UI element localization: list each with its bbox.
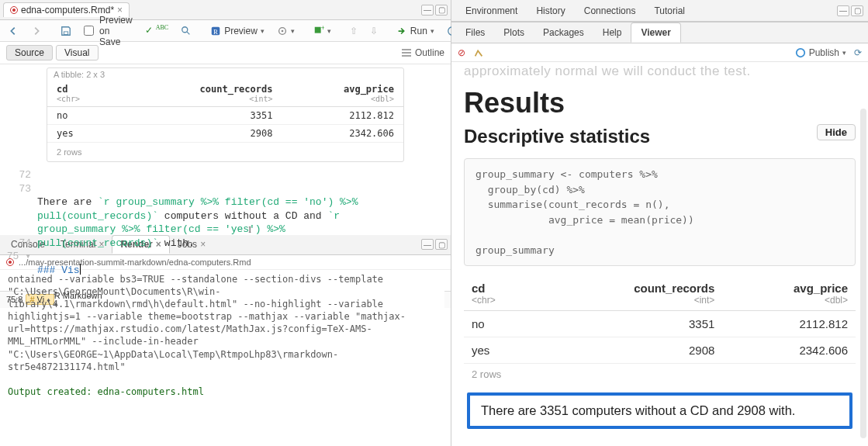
tab-plots[interactable]: Plots xyxy=(494,23,534,42)
inline-output-tibble: A tibble: 2 x 3 cd<chr> count_records<in… xyxy=(47,67,404,162)
go-prev-chunk-icon[interactable]: ⇧ xyxy=(347,24,361,38)
go-next-chunk-icon[interactable]: ⇩ xyxy=(367,24,381,38)
clear-viewer-icon[interactable] xyxy=(473,47,484,58)
rmd-file-icon xyxy=(10,6,18,14)
viewer-h1-results: Results xyxy=(464,87,856,119)
visual-mode-button[interactable]: Visual xyxy=(56,45,98,61)
minimize-pane-icon[interactable]: — xyxy=(421,5,434,16)
maximize-pane-icon[interactable]: ▢ xyxy=(435,5,448,16)
tibble-rowcount: 2 rows xyxy=(47,143,403,161)
ibeam-cursor-icon: I xyxy=(248,223,251,237)
tab-connections[interactable]: Connections xyxy=(575,2,645,20)
knit-options-icon[interactable]: ▾ xyxy=(274,24,298,38)
refresh-viewer-icon[interactable]: ⟳ xyxy=(854,47,862,58)
knit-preview-button[interactable]: R Preview ▾ xyxy=(207,24,268,38)
hide-code-button[interactable]: Hide xyxy=(817,124,856,140)
render-output[interactable]: ontained --variable bs3=TRUE --standalon… xyxy=(0,270,451,447)
save-icon[interactable] xyxy=(57,24,74,38)
svg-rect-0 xyxy=(64,31,67,34)
source-toolbar: Preview on Save ✓ABC R Preview ▾ ▾ +▾ ⇧ … xyxy=(0,20,451,42)
tab-viewer[interactable]: Viewer xyxy=(631,22,680,43)
viewer-summary-table: cd count_records avg_price <chr> <int> <… xyxy=(464,275,856,364)
svg-rect-6 xyxy=(315,26,321,33)
minimize-pane-icon[interactable]: — xyxy=(837,5,849,16)
tab-help[interactable]: Help xyxy=(593,23,631,42)
spellcheck-icon[interactable]: ✓ABC xyxy=(142,23,171,38)
run-button[interactable]: Run ▾ xyxy=(393,24,437,38)
svg-text:R: R xyxy=(213,27,218,35)
tibble-dim-note: A tibble: 2 x 3 xyxy=(47,68,403,81)
table-row: yes 2908 2342.606 xyxy=(47,125,403,143)
viewer-h2-descriptive: Descriptive statistics Hide xyxy=(464,126,856,147)
find-icon[interactable] xyxy=(178,24,195,38)
render-success-line: Output created: edna-computers.html xyxy=(8,386,204,397)
publish-button[interactable]: Publish▾ xyxy=(795,47,846,58)
tab-packages[interactable]: Packages xyxy=(534,23,593,42)
svg-point-5 xyxy=(282,29,284,32)
svg-text:+: + xyxy=(320,26,323,32)
inline-result-sentence: There are 3351 computers without a CD an… xyxy=(467,392,852,429)
line-gutter: 72737475 ▾ xyxy=(0,168,37,291)
table-row: no 3351 2112.812 xyxy=(47,107,403,125)
viewer-code-chunk: group_summary <- computers %>% group_by(… xyxy=(464,158,856,266)
prev-paragraph-fragment: approximately normal we will conduct the… xyxy=(464,62,856,79)
pane-window-buttons: — ▢ xyxy=(421,5,448,16)
env-tabbar: Environment History Connections Tutorial… xyxy=(451,0,868,22)
col-count-records: count_records<int> xyxy=(121,81,282,107)
svg-point-1 xyxy=(182,26,188,32)
source-file-tabbar: edna-computers.Rmd* × — ▢ xyxy=(0,0,451,20)
pane-window-buttons: — ▢ xyxy=(837,5,863,16)
remove-viewer-icon[interactable]: ⊘ xyxy=(458,47,465,58)
source-mode-button[interactable]: Source xyxy=(6,45,53,61)
viewer-tabbar: Files Plots Packages Help Viewer xyxy=(451,22,868,43)
text-cursor xyxy=(80,264,81,275)
viewer-rowcount: 2 rows xyxy=(464,364,856,385)
tab-tutorial[interactable]: Tutorial xyxy=(645,2,694,20)
col-cd: cd<chr> xyxy=(47,81,121,107)
scrollbar[interactable] xyxy=(860,109,866,438)
source-editor[interactable]: 72737475 ▾ There are `r group_summary %>… xyxy=(0,168,451,291)
tab-files[interactable]: Files xyxy=(456,23,494,42)
tab-history[interactable]: History xyxy=(527,2,574,20)
maximize-pane-icon[interactable]: ▢ xyxy=(851,5,863,16)
col-avg-price: avg_price<dbl> xyxy=(282,81,403,107)
table-row: no 3351 2112.812 xyxy=(464,311,856,337)
rmd-file-icon xyxy=(6,258,14,266)
source-visual-switch: Source Visual Outline xyxy=(0,42,451,64)
svg-point-9 xyxy=(796,48,804,57)
viewer-pane[interactable]: approximately normal we will conduct the… xyxy=(451,62,868,446)
viewer-toolbar: ⊘ Publish▾ ⟳ xyxy=(451,43,868,62)
outline-button[interactable]: Outline xyxy=(401,47,444,58)
forward-nav-icon[interactable] xyxy=(28,24,45,38)
table-row: yes 2908 2342.606 xyxy=(464,337,856,364)
insert-chunk-icon[interactable]: +▾ xyxy=(310,24,334,38)
back-nav-icon[interactable] xyxy=(5,24,22,38)
tab-environment[interactable]: Environment xyxy=(456,2,527,20)
preview-on-save-checkbox[interactable] xyxy=(84,26,94,36)
